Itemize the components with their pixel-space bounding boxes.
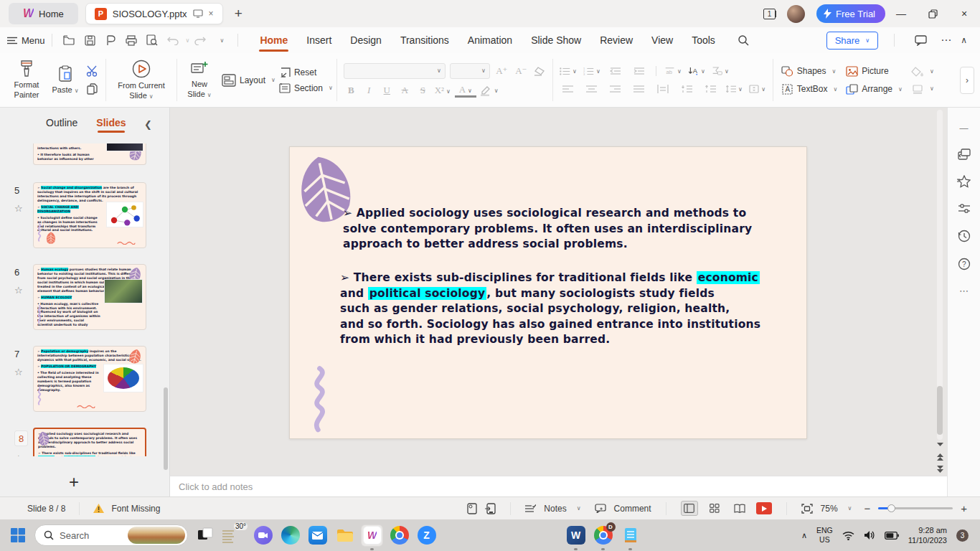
- search-icon[interactable]: [735, 32, 753, 49]
- slide-thumbnail[interactable]: ➢ Social change and disorganization are …: [33, 182, 146, 248]
- start-button[interactable]: [7, 525, 28, 546]
- notes-toggle-icon[interactable]: [525, 504, 536, 513]
- language-indicator[interactable]: ENG US: [816, 526, 833, 545]
- increase-paragraph-spacing-button[interactable]: [678, 83, 695, 95]
- comment-button[interactable]: Comment: [614, 504, 651, 514]
- zoom-out-button[interactable]: −: [864, 502, 870, 514]
- zoom-slider[interactable]: [878, 507, 953, 509]
- format-painter-button[interactable]: Format Painter: [6, 53, 47, 107]
- print-icon[interactable]: [123, 32, 141, 49]
- scroll-down-icon[interactable]: [935, 440, 945, 450]
- reset-button[interactable]: Reset: [279, 67, 333, 77]
- align-left-button[interactable]: [560, 83, 577, 95]
- chrome-profile-icon[interactable]: D: [593, 525, 613, 546]
- convert-to-diagram-button[interactable]: ∨: [712, 65, 729, 77]
- redo-icon[interactable]: [191, 32, 209, 49]
- shape-outline-button[interactable]: ∨: [911, 84, 934, 94]
- superscript-button[interactable]: X²∨: [433, 85, 452, 96]
- search-highlight-image[interactable]: [128, 527, 185, 544]
- highlight-color-button[interactable]: ∨: [479, 85, 499, 96]
- picture-button[interactable]: Picture: [846, 66, 903, 77]
- new-slide-button[interactable]: New Slide∨: [181, 53, 218, 107]
- decrease-paragraph-spacing-button[interactable]: [702, 83, 719, 95]
- reading-view-button[interactable]: [731, 501, 748, 516]
- notepad-app-icon[interactable]: [620, 525, 641, 546]
- print-preview-icon[interactable]: [143, 32, 161, 49]
- outline-tab[interactable]: Outline: [46, 117, 77, 134]
- notification-badge[interactable]: 3: [956, 529, 969, 542]
- collapse-panel-icon[interactable]: ❮: [144, 119, 152, 130]
- device-preview-icon[interactable]: [467, 503, 477, 514]
- italic-button[interactable]: I: [362, 85, 377, 96]
- slideshow-play-button[interactable]: [756, 502, 772, 514]
- tab-animation[interactable]: Animation: [458, 27, 522, 53]
- volume-icon[interactable]: [864, 530, 875, 540]
- decrease-indent-button[interactable]: [607, 65, 624, 77]
- hidden-icons-chevron[interactable]: ∧: [801, 531, 807, 540]
- undo-dropdown-icon[interactable]: ∨: [186, 37, 190, 44]
- play-from-current-slide-button[interactable]: From Current Slide∨: [110, 53, 173, 107]
- strikethrough-button[interactable]: S: [415, 85, 430, 96]
- tab-view[interactable]: View: [642, 27, 682, 53]
- align-right-button[interactable]: [607, 83, 624, 95]
- numbering-button[interactable]: 123∨: [583, 65, 600, 77]
- comment-icon[interactable]: [912, 32, 930, 49]
- wps-office-icon[interactable]: W: [362, 525, 382, 546]
- edge-browser-icon[interactable]: [280, 525, 301, 546]
- zoom-slider-knob[interactable]: [887, 504, 895, 512]
- chat-app-icon[interactable]: [253, 525, 273, 546]
- shape-fill-button[interactable]: ∨: [911, 67, 934, 77]
- increase-font-size-button[interactable]: A⁺: [494, 65, 509, 77]
- next-slide-button[interactable]: [935, 464, 945, 474]
- align-center-button[interactable]: [583, 83, 600, 95]
- restore-button[interactable]: [917, 0, 948, 27]
- paste-button[interactable]: Paste∨: [47, 53, 83, 107]
- textbox-button[interactable]: A TextBox∨: [781, 84, 838, 95]
- close-document-icon[interactable]: ×: [209, 9, 214, 19]
- chrome-browser-icon[interactable]: [389, 525, 410, 546]
- open-file-icon[interactable]: [60, 32, 78, 49]
- undo-icon[interactable]: [164, 32, 182, 49]
- more-options-icon[interactable]: ⋯: [941, 34, 951, 47]
- layout-button[interactable]: Layout∨: [218, 53, 279, 107]
- section-button[interactable]: Section∨: [279, 83, 333, 93]
- underline-button[interactable]: U: [380, 85, 395, 96]
- justify-button[interactable]: [631, 83, 648, 95]
- close-window-button[interactable]: ×: [948, 0, 980, 27]
- font-size-select[interactable]: ∨: [450, 63, 490, 79]
- new-features-star-icon[interactable]: [957, 175, 971, 188]
- text-direction-button[interactable]: A∨: [688, 65, 705, 77]
- tab-tools[interactable]: Tools: [682, 27, 725, 53]
- wps-home-tab[interactable]: W Home: [9, 3, 78, 24]
- copy-button[interactable]: [86, 83, 99, 95]
- arrange-button[interactable]: Arrange∨: [846, 84, 903, 95]
- zoom-app-icon[interactable]: Z: [416, 525, 437, 546]
- shapes-button[interactable]: Shapes∨: [781, 66, 838, 77]
- settings-sliders-icon[interactable]: [958, 203, 971, 215]
- cut-button[interactable]: [86, 65, 99, 77]
- previous-slide-button[interactable]: [935, 452, 945, 462]
- increase-indent-button[interactable]: [631, 65, 648, 77]
- slide-canvas[interactable]: ➢ Applied sociology uses sociological re…: [169, 108, 947, 476]
- cast-to-device-icon[interactable]: [485, 503, 496, 514]
- file-explorer-icon[interactable]: [334, 525, 355, 546]
- distribute-text-button[interactable]: [654, 83, 672, 95]
- minimize-button[interactable]: —: [885, 0, 917, 27]
- menu-button[interactable]: Menu: [7, 35, 45, 46]
- slide-thumbnail[interactable]: ➢ Population or demography inquires on t…: [33, 346, 146, 412]
- canvas-scrollbar-thumb[interactable]: [937, 386, 943, 435]
- save-icon[interactable]: [81, 32, 99, 49]
- fit-to-window-icon[interactable]: [801, 504, 813, 514]
- slide-paragraph-1[interactable]: ➢ Applied sociology uses sociological re…: [343, 206, 752, 253]
- vertical-align-button[interactable]: ∨: [749, 83, 766, 95]
- tab-insert[interactable]: Insert: [297, 27, 341, 53]
- document-tab[interactable]: P SIOSOLOGY.pptx ×: [85, 3, 223, 24]
- slide-thumbnail[interactable]: ➢ Human ecology pursues studies that rel…: [33, 264, 146, 330]
- tab-design[interactable]: Design: [341, 27, 391, 53]
- taskbar-search[interactable]: Search: [34, 524, 188, 546]
- decrease-font-size-button[interactable]: A⁻: [514, 65, 529, 77]
- share-button[interactable]: Share ∨: [826, 32, 879, 50]
- clock[interactable]: 9:28 am 11/10/2023: [908, 525, 947, 546]
- help-icon[interactable]: ?: [958, 258, 971, 270]
- notes-pane[interactable]: Click to add notes: [169, 476, 947, 496]
